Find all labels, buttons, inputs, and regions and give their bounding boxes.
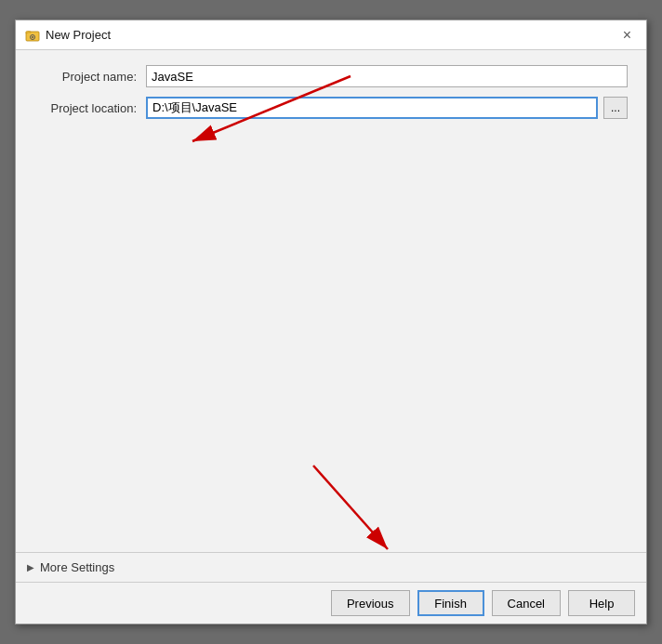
svg-point-2: [32, 36, 33, 38]
browse-button[interactable]: ...: [603, 97, 628, 119]
new-project-dialog: New Project × Project name: Project loca…: [15, 20, 647, 624]
content-area: [34, 128, 628, 537]
more-settings-row[interactable]: ▶ More Settings: [16, 553, 646, 583]
project-name-input[interactable]: [146, 65, 628, 87]
more-settings-label: More Settings: [40, 560, 114, 574]
project-location-input[interactable]: [146, 97, 598, 119]
finish-button[interactable]: Finish: [417, 590, 484, 616]
cancel-button[interactable]: Cancel: [492, 590, 561, 616]
button-bar: Previous Finish Cancel Help: [16, 583, 646, 624]
project-name-label: Project name:: [34, 70, 137, 84]
dialog-body: Project name: Project location: ...: [16, 50, 646, 552]
project-location-row: Project location: ...: [34, 97, 628, 119]
previous-button[interactable]: Previous: [331, 590, 410, 616]
help-button[interactable]: Help: [568, 590, 635, 616]
project-name-row: Project name:: [34, 65, 628, 87]
dialog-icon: [25, 28, 40, 43]
title-bar-left: New Project: [25, 28, 111, 43]
title-bar: New Project ×: [16, 20, 646, 50]
project-location-label: Project location:: [34, 101, 137, 115]
dialog-bottom: ▶ More Settings Previous Finish Cancel H…: [16, 552, 646, 624]
dialog-title: New Project: [46, 28, 111, 42]
close-button[interactable]: ×: [617, 26, 637, 45]
expand-icon: ▶: [27, 562, 34, 572]
